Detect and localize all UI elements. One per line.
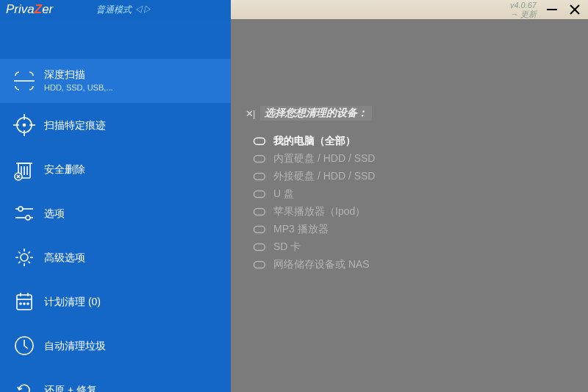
minimize-button[interactable]	[545, 3, 559, 19]
sidebar-item-advanced[interactable]: 高级选项	[0, 235, 231, 279]
version-block[interactable]: v4.0.67 → 更新	[510, 1, 537, 18]
logo-text-post: er	[42, 2, 53, 16]
sidebar-item-label: 扫描特定痕迹	[44, 118, 106, 132]
checkbox-icon	[253, 154, 266, 163]
svg-rect-36	[254, 227, 265, 233]
sidebar-item-label: 安全删除	[44, 163, 85, 176]
window-controls	[545, 3, 581, 19]
sidebar-item-restore[interactable]: 还原 + 修复	[0, 368, 231, 392]
device-item[interactable]: MP3 播放器	[245, 221, 588, 238]
sidebar-item-label: 还原 + 修复	[44, 383, 97, 392]
app-body: 深度扫描 HDD, SSD, USB,... 扫描特定痕迹 安全删除	[0, 19, 588, 392]
target-icon	[9, 110, 40, 140]
checkbox-icon	[253, 243, 266, 252]
svg-rect-34	[254, 191, 265, 198]
sidebar-item-label: 计划清理 (0)	[44, 295, 101, 308]
auto-icon	[9, 330, 40, 361]
sidebar-item-auto-clean[interactable]: 自动清理垃圾	[0, 324, 231, 368]
sidebar-item-scan-traces[interactable]: 扫描特定痕迹	[0, 103, 231, 147]
svg-rect-38	[254, 262, 265, 268]
svg-point-22	[21, 254, 28, 261]
device-label: 网络储存设备或 NAS	[273, 258, 370, 271]
device-label: MP3 播放器	[273, 223, 329, 236]
sidebar-item-label: 高级选项	[44, 251, 85, 264]
trash-icon	[9, 154, 40, 185]
device-item[interactable]: 网络储存设备或 NAS	[245, 256, 588, 274]
restore-icon	[9, 374, 40, 392]
svg-rect-35	[254, 209, 265, 215]
scan-icon	[9, 65, 40, 96]
gear-icon	[9, 242, 40, 273]
svg-rect-37	[254, 244, 265, 251]
update-link[interactable]: → 更新	[510, 10, 537, 18]
content-panel: ✕| 选择您想清理的设备： 我的电脑（全部）内置硬盘 / HDD / SSD外接…	[231, 19, 588, 392]
sidebar-item-secure-delete[interactable]: 安全删除	[0, 147, 231, 191]
close-button[interactable]	[569, 4, 581, 18]
logo-text: Priva	[6, 2, 35, 16]
sidebar-item-label: 选项	[44, 207, 65, 220]
titlebar: PrivaZer 普通模式 ◁▷ v4.0.67 → 更新	[0, 0, 588, 19]
svg-rect-23	[17, 295, 32, 310]
sliders-icon	[9, 198, 40, 229]
mode-area[interactable]: 普通模式 ◁▷	[83, 0, 231, 19]
device-label: 外接硬盘 / HDD / SSD	[273, 170, 375, 183]
device-label: SD 卡	[273, 240, 301, 254]
svg-point-28	[24, 303, 25, 304]
sidebar-item-deep-scan[interactable]: 深度扫描 HDD, SSD, USB,...	[0, 59, 231, 103]
checkbox-icon	[253, 207, 266, 216]
device-item[interactable]: SD 卡	[245, 238, 588, 256]
sidebar: 深度扫描 HDD, SSD, USB,... 扫描特定痕迹 安全删除	[0, 19, 231, 392]
device-label: 苹果播放器（Ipod）	[273, 205, 365, 218]
version-number: v4.0.67	[510, 1, 537, 10]
logo-area: PrivaZer	[0, 0, 83, 19]
svg-point-29	[27, 303, 29, 304]
device-item[interactable]: 内置硬盘 / HDD / SSD	[245, 150, 588, 168]
sidebar-item-label: 自动清理垃圾	[44, 339, 106, 352]
calendar-icon	[9, 286, 40, 317]
app-logo: PrivaZer	[6, 2, 53, 17]
app-window: PrivaZer 普通模式 ◁▷ v4.0.67 → 更新	[0, 0, 588, 392]
device-label: 我的电脑（全部）	[273, 135, 356, 148]
device-list: 我的电脑（全部）内置硬盘 / HDD / SSD外接硬盘 / HDD / SSD…	[245, 132, 588, 274]
panel-close-button[interactable]: ✕|	[245, 108, 254, 119]
device-label: U 盘	[273, 188, 294, 201]
device-item[interactable]: 我的电脑（全部）	[245, 132, 588, 150]
device-label: 内置硬盘 / HDD / SSD	[273, 152, 375, 165]
svg-rect-32	[254, 156, 265, 163]
sidebar-item-schedule[interactable]: 计划清理 (0)	[0, 279, 231, 324]
checkbox-icon	[253, 190, 266, 199]
logo-z: Z	[35, 2, 42, 16]
svg-point-19	[18, 207, 23, 211]
checkbox-icon	[253, 137, 266, 146]
checkbox-icon	[253, 172, 266, 181]
sidebar-item-options[interactable]: 选项	[0, 191, 231, 235]
svg-rect-31	[254, 138, 265, 145]
svg-point-9	[24, 124, 26, 126]
sidebar-item-label: 深度扫描 HDD, SSD, USB,...	[44, 68, 113, 94]
device-item[interactable]: U 盘	[245, 185, 588, 203]
device-item[interactable]: 外接硬盘 / HDD / SSD	[245, 168, 588, 185]
mode-label: 普通模式 ◁▷	[96, 4, 151, 16]
checkbox-icon	[253, 260, 266, 269]
svg-point-21	[26, 215, 30, 220]
svg-point-27	[20, 303, 21, 304]
device-item[interactable]: 苹果播放器（Ipod）	[245, 203, 588, 221]
checkbox-icon	[253, 225, 266, 234]
content-title: 选择您想清理的设备：	[260, 106, 372, 121]
content-title-row: ✕| 选择您想清理的设备：	[245, 106, 588, 121]
svg-rect-33	[254, 174, 265, 180]
